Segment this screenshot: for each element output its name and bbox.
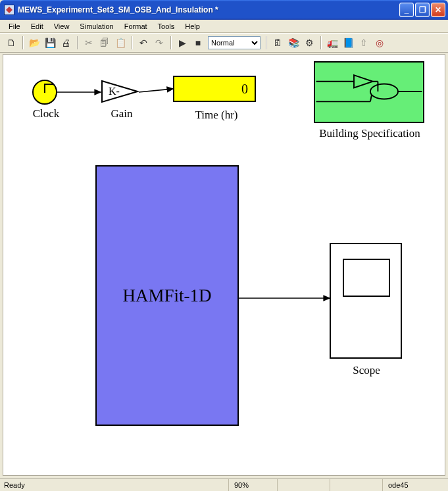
time-display-label: Time (hr)	[187, 109, 245, 122]
copy-icon[interactable]: 🗐	[97, 36, 112, 50]
up-icon[interactable]: ⇧	[357, 36, 371, 50]
hamfit-block[interactable]: HAMFit-1D	[95, 165, 239, 426]
status-solver: ode45	[382, 479, 448, 491]
status-empty-1	[277, 479, 330, 491]
menubar: File Edit View Simulation Format Tools H…	[0, 20, 448, 33]
svg-line-1	[139, 89, 173, 92]
building-specification-label: Building Specification	[311, 127, 428, 140]
scope-screen	[343, 259, 390, 297]
svg-marker-3	[102, 81, 137, 102]
open-icon[interactable]: 📂	[27, 36, 41, 50]
model-canvas[interactable]: Clock K- Gain 0 Time (hr) Building Speci…	[3, 54, 445, 476]
titlebar: MEWS_Experimernt_Set3_SM_OSB_And_Insulat…	[0, 0, 448, 20]
svg-point-8	[370, 84, 398, 99]
hamfit-label: HAMFit-1D	[122, 286, 211, 306]
gain-block[interactable]: K-	[101, 80, 139, 103]
menu-tools[interactable]: Tools	[153, 21, 180, 32]
time-display-block[interactable]: 0	[173, 76, 256, 102]
building-specification-block[interactable]	[314, 61, 424, 123]
truck-icon[interactable]: 🚛	[325, 36, 339, 50]
menu-edit[interactable]: Edit	[26, 21, 48, 32]
scope-block[interactable]	[330, 243, 402, 359]
layers-icon[interactable]: 📚	[286, 36, 301, 50]
menu-help[interactable]: Help	[180, 21, 205, 32]
close-button[interactable]: ✕	[431, 3, 445, 17]
menu-format[interactable]: Format	[120, 21, 152, 32]
window-title: MEWS_Experimernt_Set3_SM_OSB_And_Insulat…	[18, 5, 399, 14]
simulation-mode-select[interactable]: Normal	[208, 36, 261, 49]
app-icon	[4, 5, 14, 15]
menu-file[interactable]: File	[4, 21, 25, 32]
status-empty-2	[330, 479, 382, 491]
undo-icon[interactable]: ↶	[136, 36, 151, 50]
time-display-value: 0	[241, 82, 248, 97]
toolbar: 🗋 📂 💾 🖨 ✂ 🗐 📋 ↶ ↷ ▶ ■ Normal 🗓 📚 ⚙ 🚛 📘 ⇧…	[0, 33, 448, 53]
status-ready: Ready	[0, 481, 228, 489]
build-icon[interactable]: 🗓	[270, 36, 285, 50]
save-icon[interactable]: 💾	[43, 36, 57, 50]
maximize-button[interactable]: ❐	[415, 3, 430, 17]
redo-icon[interactable]: ↷	[152, 36, 166, 50]
play-icon[interactable]: ▶	[175, 36, 189, 50]
print-icon[interactable]: 🖨	[59, 36, 73, 50]
svg-marker-5	[354, 75, 373, 88]
stop-icon[interactable]: ■	[191, 36, 205, 50]
paste-icon[interactable]: 📋	[113, 36, 128, 50]
clock-block[interactable]	[32, 80, 57, 105]
status-bar: Ready 90% ode45	[0, 478, 448, 491]
target-icon[interactable]: ◎	[372, 36, 387, 50]
svg-line-10	[370, 95, 372, 102]
menu-view[interactable]: View	[49, 21, 74, 32]
gear-icon[interactable]: ⚙	[302, 36, 316, 50]
minimize-button[interactable]: _	[399, 3, 414, 17]
clock-label: Clock	[30, 107, 62, 120]
new-icon[interactable]: 🗋	[4, 36, 18, 50]
cut-icon[interactable]: ✂	[82, 36, 96, 50]
status-zoom: 90%	[228, 479, 277, 491]
library-icon[interactable]: 📘	[341, 36, 355, 50]
scope-label: Scope	[332, 364, 401, 377]
gain-label: Gain	[107, 107, 136, 120]
menu-simulation[interactable]: Simulation	[75, 21, 118, 32]
gain-value: K-	[109, 86, 120, 97]
